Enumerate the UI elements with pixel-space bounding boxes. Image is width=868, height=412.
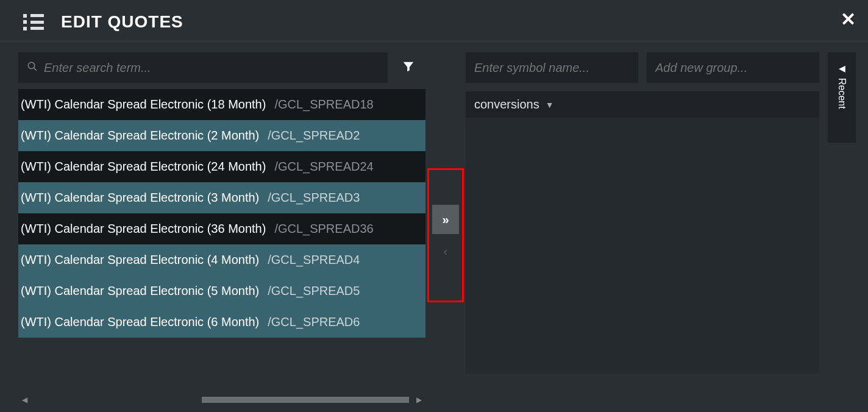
add-all-button[interactable]: » <box>432 205 459 234</box>
svg-point-0 <box>28 62 35 69</box>
group-name: conversions <box>474 98 539 112</box>
symbol-name-input[interactable] <box>466 52 638 83</box>
instrument-list: (WTI) Calendar Spread Electronic (18 Mon… <box>18 89 425 363</box>
scroll-left-icon[interactable]: ◀ <box>18 396 31 404</box>
remove-button[interactable]: ‹ <box>432 236 459 266</box>
scroll-right-icon[interactable]: ▶ <box>413 396 425 404</box>
recent-label: Recent <box>836 78 847 109</box>
instrument-code: /GCL_SPREAD5 <box>268 284 360 298</box>
instrument-name: (WTI) Calendar Spread Electronic (4 Mont… <box>21 253 259 267</box>
list-item[interactable]: (WTI) Calendar Spread Electronic (6 Mont… <box>18 307 425 338</box>
instrument-name: (WTI) Calendar Spread Electronic (5 Mont… <box>21 284 259 298</box>
instrument-code: /GCL_SPREAD4 <box>268 253 360 267</box>
search-icon <box>27 61 38 75</box>
instrument-code: /GCL_SPREAD3 <box>268 191 360 205</box>
search-box[interactable] <box>18 52 388 83</box>
list-item[interactable]: (WTI) Calendar Spread Electronic (2 Mont… <box>18 120 425 151</box>
instrument-code: /GCL_SPREAD24 <box>274 160 373 174</box>
instrument-name: (WTI) Calendar Spread Electronic (24 Mon… <box>21 160 266 174</box>
instrument-name: (WTI) Calendar Spread Electronic (3 Mont… <box>21 191 259 205</box>
list-item[interactable]: (WTI) Calendar Spread Electronic (36 Mon… <box>18 213 425 244</box>
instrument-name: (WTI) Calendar Spread Electronic (18 Mon… <box>21 98 266 112</box>
instrument-name: (WTI) Calendar Spread Electronic (6 Mont… <box>21 315 259 329</box>
search-input[interactable] <box>44 61 379 75</box>
instrument-code: /GCL_SPREAD36 <box>274 222 373 236</box>
instrument-code: /GCL_SPREAD18 <box>274 98 373 112</box>
add-group-input[interactable] <box>647 52 819 83</box>
list-menu-icon[interactable] <box>23 14 44 30</box>
instrument-name: (WTI) Calendar Spread Electronic (36 Mon… <box>21 222 266 236</box>
instrument-code: /GCL_SPREAD2 <box>268 129 360 143</box>
dialog-title: EDIT QUOTES <box>61 12 183 32</box>
list-item[interactable]: (WTI) Calendar Spread Electronic (24 Mon… <box>18 151 425 182</box>
close-icon[interactable]: ✕ <box>841 9 856 30</box>
filter-button[interactable] <box>391 52 425 83</box>
funnel-icon <box>402 60 415 76</box>
hscroll-thumb[interactable] <box>202 397 409 403</box>
instrument-code: /GCL_SPREAD6 <box>268 315 360 329</box>
group-body <box>466 118 819 374</box>
svg-line-1 <box>34 68 37 71</box>
caret-left-icon: ◀ <box>839 63 845 73</box>
list-item[interactable]: (WTI) Calendar Spread Electronic (18 Mon… <box>18 89 425 120</box>
horizontal-scrollbar[interactable]: ◀ ▶ <box>18 395 425 405</box>
list-item[interactable]: (WTI) Calendar Spread Electronic (4 Mont… <box>18 244 425 275</box>
instrument-name: (WTI) Calendar Spread Electronic (2 Mont… <box>21 129 259 143</box>
group-header[interactable]: conversions ▼ <box>466 91 819 118</box>
transfer-controls-highlight: » ‹ <box>427 168 464 302</box>
list-item[interactable]: (WTI) Calendar Spread Electronic (5 Mont… <box>18 275 425 307</box>
caret-down-icon: ▼ <box>546 100 554 110</box>
recent-panel[interactable]: ◀ Recent <box>828 52 856 143</box>
list-item[interactable]: (WTI) Calendar Spread Electronic (3 Mont… <box>18 182 425 213</box>
